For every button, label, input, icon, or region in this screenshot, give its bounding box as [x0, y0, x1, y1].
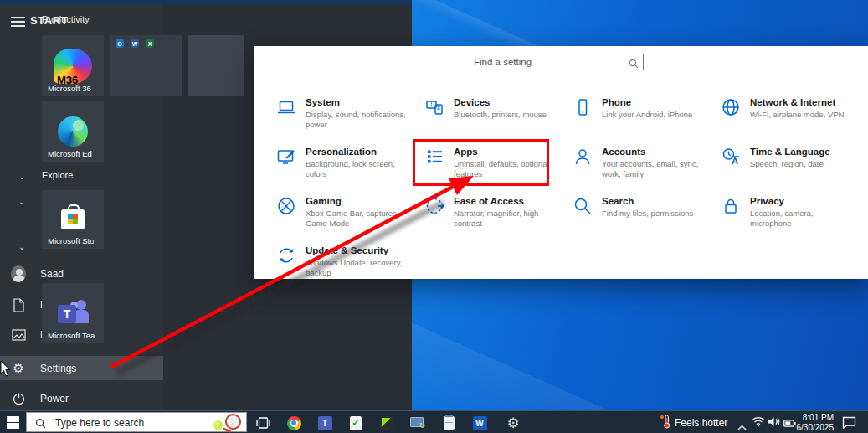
- power-icon: [11, 391, 26, 406]
- start-button[interactable]: [7, 416, 20, 429]
- word-icon[interactable]: W: [470, 414, 489, 432]
- taskbar-clock[interactable]: 8:01 PM 6/30/2025: [792, 413, 834, 432]
- category-title: Accounts: [602, 147, 703, 157]
- task-view-icon[interactable]: [254, 414, 272, 432]
- category-description: Link your Android, iPhone: [602, 110, 692, 120]
- desktop-screen: START Saad Documents Pictures ⚙ Settings: [0, 0, 868, 433]
- mouse-cursor: [0, 360, 12, 377]
- settings-category-network[interactable]: Network & Internet Wi-Fi, airplane mode,…: [708, 94, 856, 143]
- lock-icon: [721, 196, 741, 216]
- category-title: Personalization: [306, 147, 407, 157]
- document-icon: [11, 297, 26, 312]
- settings-category-grid: System Display, sound, notifications, po…: [264, 94, 860, 291]
- category-description: Your accounts, email, sync, work, family: [602, 159, 703, 180]
- speaker-icon[interactable]: [768, 415, 780, 430]
- category-description: Background, lock screen, colors: [306, 159, 407, 180]
- gear-icon: ⚙: [11, 361, 26, 376]
- outlook-icon: O: [116, 39, 124, 48]
- laptop-icon: [276, 97, 296, 117]
- personalization-icon: [276, 147, 296, 167]
- find-a-setting-input[interactable]: [472, 54, 624, 70]
- weather-status-label[interactable]: Feels hotter: [675, 417, 727, 429]
- category-title: Gaming: [306, 196, 407, 206]
- category-title: Ease of Access: [454, 196, 555, 206]
- ease-of-access-icon: [424, 196, 444, 216]
- taskbar-search-input[interactable]: [54, 415, 208, 431]
- greenshot-icon[interactable]: [378, 414, 396, 432]
- category-title: Phone: [602, 97, 692, 107]
- hamburger-menu-icon[interactable]: [11, 17, 25, 28]
- teams-icon[interactable]: T: [316, 414, 334, 432]
- annotation-highlight-box: [413, 139, 549, 186]
- settings-category-accounts[interactable]: Accounts Your accounts, email, sync, wor…: [560, 143, 708, 193]
- remote-desktop-icon[interactable]: ↻: [408, 414, 427, 432]
- settings-category-update-security[interactable]: Update & Security Windows Update, recove…: [264, 242, 412, 291]
- category-title: Time & Language: [750, 147, 830, 157]
- sidebar-item-label: Settings: [40, 363, 76, 374]
- tile-label: Microsoft 36: [48, 84, 91, 93]
- windows-logo-icon: [7, 416, 20, 429]
- chevron-down-icon[interactable]: ⌄: [18, 242, 25, 251]
- wifi-icon[interactable]: [752, 415, 765, 430]
- phone-icon: [573, 97, 593, 117]
- settings-category-system[interactable]: System Display, sound, notifications, po…: [264, 94, 412, 143]
- accounts-icon: [573, 147, 593, 167]
- category-description: Location, camera, microphone: [750, 209, 851, 229]
- settings-category-gaming[interactable]: Gaming Xbox Game Bar, captures, Game Mod…: [264, 193, 412, 242]
- update-icon: [276, 245, 296, 265]
- tile-microsoft-store[interactable]: Microsoft Sto: [42, 190, 104, 249]
- category-title: Privacy: [750, 196, 851, 206]
- tile-label: Microsoft Ed: [48, 149, 92, 158]
- clock-time: 8:01 PM: [803, 413, 834, 422]
- tile-label: Microsoft Tea...: [48, 331, 101, 340]
- sidebar-item-user[interactable]: Saad: [0, 262, 163, 286]
- tennis-doodle-icon: [212, 414, 244, 430]
- search-icon: [629, 57, 639, 72]
- category-description: Narrator, magnifier, high contrast: [454, 209, 555, 229]
- chrome-icon[interactable]: [285, 414, 303, 432]
- tile-partial[interactable]: [188, 35, 244, 96]
- category-description: Display, sound, notifications, power: [306, 110, 407, 131]
- category-title: Devices: [454, 97, 547, 107]
- chevron-up-icon[interactable]: [737, 419, 747, 433]
- thermometer-icon[interactable]: [660, 415, 671, 432]
- tile-microsoft-365[interactable]: M36 Microsoft 36: [42, 35, 104, 96]
- chevron-down-icon[interactable]: ⌄: [18, 172, 25, 181]
- settings-category-search[interactable]: Search Find my files, permissions: [560, 193, 708, 242]
- tile-microsoft-teams[interactable]: T Microsoft Tea...: [42, 283, 104, 343]
- edge-logo: [58, 116, 88, 147]
- sidebar-item-settings[interactable]: ⚙ Settings: [0, 356, 163, 380]
- sidebar-item-power[interactable]: Power: [0, 387, 163, 410]
- user-name-label: Saad: [40, 268, 64, 280]
- category-description: Wi-Fi, airplane mode, VPN: [750, 110, 844, 120]
- find-a-setting-box[interactable]: [465, 54, 644, 70]
- settings-category-phone[interactable]: Phone Link your Android, iPhone: [560, 94, 708, 143]
- settings-category-time-language[interactable]: A Time & Language Speech, region, date: [708, 143, 856, 193]
- settings-category-personalization[interactable]: Personalization Background, lock screen,…: [264, 143, 412, 193]
- tile-group-productivity: Productivity: [42, 14, 90, 24]
- settings-category-ease-of-access[interactable]: Ease of Access Narrator, magnifier, high…: [412, 193, 560, 242]
- category-title: Search: [602, 196, 693, 206]
- category-description: Windows Update, recovery, backup: [306, 258, 407, 279]
- settings-category-devices[interactable]: Devices Bluetooth, printers, mouse: [412, 94, 560, 143]
- settings-window: System Display, sound, notifications, po…: [254, 46, 868, 279]
- category-description: Speech, region, date: [750, 159, 830, 169]
- sidebar-item-label: Power: [40, 393, 69, 405]
- globe-icon: [721, 97, 741, 117]
- search-icon: [573, 196, 593, 216]
- devices-icon: [424, 97, 444, 117]
- settings-gear-icon[interactable]: ⚙: [504, 414, 522, 432]
- snip-check-icon[interactable]: ✓: [347, 414, 365, 432]
- pictures-icon: [11, 327, 26, 343]
- taskbar-search-box[interactable]: [26, 412, 247, 432]
- taskbar: T ✓ ↻ W ⚙ Feels hotter 8:01 PM 6/30/2025: [0, 410, 868, 433]
- settings-category-privacy[interactable]: Privacy Location, camera, microphone: [708, 193, 856, 242]
- svg-text:A: A: [732, 156, 738, 166]
- word-icon: W: [131, 39, 139, 48]
- chevron-down-icon[interactable]: ⌄: [18, 197, 25, 206]
- tile-microsoft-edge[interactable]: Microsoft Ed: [42, 101, 104, 162]
- time-language-icon: A: [721, 147, 741, 167]
- notepad-icon[interactable]: [439, 414, 458, 432]
- action-center-icon[interactable]: [842, 416, 856, 432]
- tile-office-apps[interactable]: O W X: [110, 35, 182, 96]
